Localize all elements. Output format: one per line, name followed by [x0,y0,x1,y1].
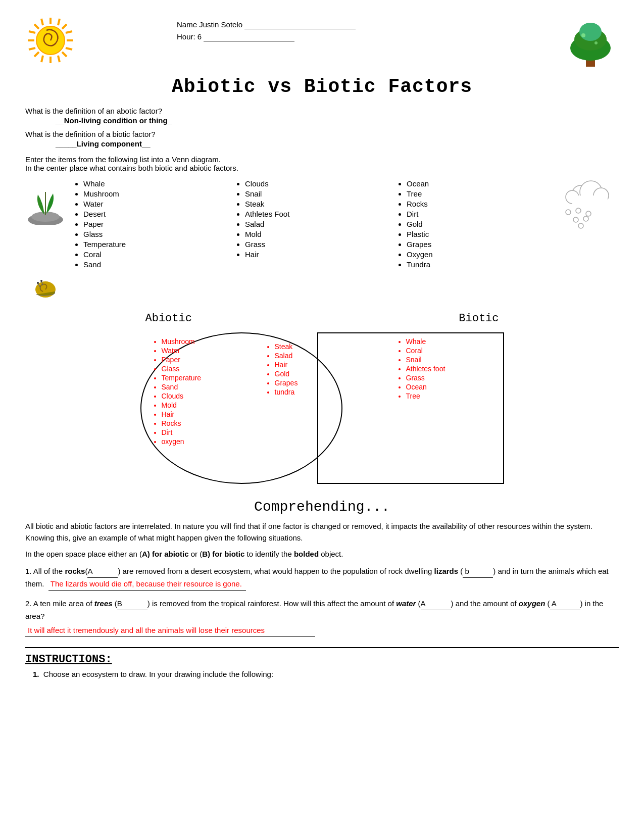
svg-line-11 [58,56,60,62]
biotic-answer: _____Living component__ [56,139,151,148]
venn-center-item: tundra [275,388,353,396]
question-2: 2. A ten mile area of trees (B) is remov… [25,598,619,637]
items-columns: WhaleMushroomWaterDesertPaperGlassTemper… [68,179,553,270]
svg-point-21 [581,33,585,37]
page-title: Abiotic vs Biotic Factors [25,76,619,97]
svg-point-40 [40,280,42,282]
svg-line-6 [62,24,67,29]
items-col-1: WhaleMushroomWaterDesertPaperGlassTemper… [68,179,230,270]
svg-line-10 [41,56,43,62]
section-divider [25,647,619,648]
list-item: Mold [245,230,391,238]
comprehending-paragraph: All biotic and abiotic factors are inter… [25,521,619,544]
svg-line-14 [66,31,72,33]
venn-biotic-item: Coral [406,347,499,355]
venn-abiotic-item: Glass [162,365,266,373]
venn-container: MushroomWaterPaperGlassTemperatureSandCl… [130,327,514,489]
svg-line-12 [29,31,35,33]
list-item: Oxygen [407,250,553,259]
svg-line-4 [34,24,39,29]
list-item: Water [83,200,230,208]
hour-label: Hour: [177,32,195,41]
hour-value: 6 [197,32,202,41]
venn-abiotic-item: oxygen [162,437,266,446]
venn-biotic-item: Grass [406,374,499,382]
venn-center-item: Gold [275,370,353,378]
list-item: Hair [245,250,391,259]
list-item: Whale [83,179,230,188]
venn-abiotic-item: Hair [162,410,266,418]
svg-point-30 [566,210,571,215]
definitions-section: What is the definition of an abotic fact… [25,107,619,148]
venn-center-item: Hair [275,361,353,369]
list-item: Glass [83,230,230,238]
venn-section: Abiotic Biotic MushroomWaterPaperGlassTe… [25,312,619,489]
venn-abiotic-item: Dirt [162,428,266,436]
svg-line-9 [58,19,60,25]
venn-abiotic-item: Temperature [162,374,266,382]
abiotic-answer: __Non-living condition or thing_ [56,116,172,125]
list-item: Tundra [407,260,553,269]
svg-line-13 [29,48,35,50]
venn-labels: Abiotic Biotic [130,312,514,325]
venn-center-item: Salad [275,352,353,360]
list-item: Gold [407,220,553,228]
instruction-item-1: 1. Choose an ecosystem to draw. In your … [33,670,619,678]
svg-line-8 [41,19,43,25]
list-item: Dirt [407,210,553,218]
list-item: Athletes Foot [245,210,391,218]
sun-logo [25,15,76,66]
svg-line-15 [66,48,72,50]
venn-instruction-1: Enter the items from the following list … [25,155,619,164]
list-item: Steak [245,200,391,208]
svg-point-20 [579,23,602,41]
svg-point-33 [573,217,578,222]
svg-point-35 [578,223,583,228]
clouds-decoration [553,179,619,231]
svg-line-5 [62,52,67,57]
svg-point-31 [576,208,581,213]
list-item: Sand [83,260,230,269]
questions-section: 1. All of the rocks(A) are removed from … [25,565,619,637]
name-hour: Name Justin Sotelo Hour: 6 [76,15,563,41]
abiotic-label: Abiotic [145,312,192,325]
list-item: Paper [83,220,230,228]
list-item: Rocks [407,200,553,208]
svg-point-22 [595,41,598,44]
list-item: Coral [83,250,230,259]
list-item: Grapes [407,240,553,249]
biotic-label: Biotic [459,312,499,325]
list-item: Snail [245,189,391,198]
venn-center-item: Grapes [275,379,353,387]
list-item: Temperature [83,240,230,249]
items-col-2: CloudsSnailSteakAthletes FootSaladMoldGr… [230,179,391,270]
svg-line-7 [34,52,39,57]
venn-abiotic-item: Water [162,347,266,355]
list-item: Plastic [407,230,553,238]
plant-decoration [25,179,68,226]
venn-abiotic-content: MushroomWaterPaperGlassTemperatureSandCl… [144,337,266,447]
biotic-question: What is the definition of a biotic facto… [25,130,619,138]
svg-point-34 [583,216,588,221]
list-item: Mushroom [83,189,230,198]
name-label: Name [177,20,197,29]
list-item: Tree [407,189,553,198]
col1-list: WhaleMushroomWaterDesertPaperGlassTemper… [73,179,230,269]
venn-instruction-2: In the center place what contains both b… [25,164,619,172]
venn-abiotic-item: Mushroom [162,337,266,346]
name-value: Justin Sotelo [199,20,242,29]
venn-abiotic-item: Paper [162,356,266,364]
abiotic-question: What is the definition of an abotic fact… [25,107,619,115]
venn-abiotic-item: Clouds [162,392,266,400]
venn-biotic-item: Ocean [406,383,499,391]
header-area: Name Justin Sotelo Hour: 6 [25,15,619,71]
items-col-3: OceanTreeRocksDirtGoldPlasticGrapesOxyge… [391,179,553,270]
venn-abiotic-item: Mold [162,401,266,409]
venn-instructions: Enter the items from the following list … [25,155,619,172]
col2-list: CloudsSnailSteakAthletes FootSaladMoldGr… [235,179,391,259]
venn-center-content: SteakSaladHairGoldGrapestundra [267,342,353,397]
snail-decoration [25,275,68,307]
instructions-title: INSTRUCTIONS: [25,653,619,666]
venn-abiotic-item: Rocks [162,419,266,427]
venn-biotic-item: Tree [406,392,499,400]
